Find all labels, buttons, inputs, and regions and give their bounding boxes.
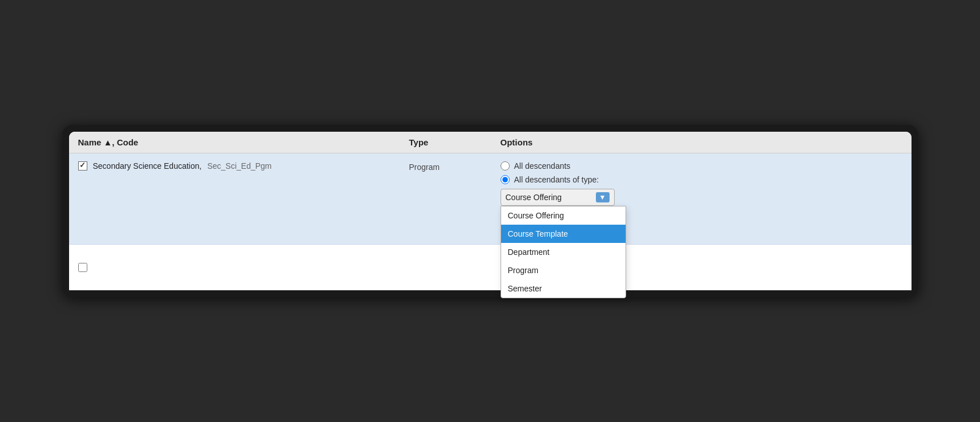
row1-name-col: Secondary Science Education, Sec_Sci_Ed_… [78,161,409,171]
row2-name-col [78,263,409,272]
dropdown-menu: Course Offering Course Template Departme… [501,206,626,298]
dropdown-item-semester[interactable]: Semester [501,279,626,298]
outer-container: Name ▲, Code Type Options Secondary Scie… [62,125,918,297]
dropdown-button[interactable]: Course Offering ▼ [501,189,615,206]
column-options-label: Options [501,137,533,147]
radio-all-descendants-input[interactable] [501,161,510,171]
radio-all-descendants-of-type-input[interactable] [501,175,510,184]
column-name-label: Name ▲, Code [78,137,139,147]
row1-checkbox[interactable] [78,161,87,171]
dropdown-item-course-offering[interactable]: Course Offering [501,206,626,225]
row2-checkbox[interactable] [78,263,87,272]
column-header-options: Options [501,137,902,147]
row1-name-text: Secondary Science Education, [93,161,202,171]
column-header-type: Type [409,137,501,147]
row1-options-col: All descendants All descendants of type:… [501,161,902,206]
dropdown-item-department[interactable]: Department [501,243,626,261]
row2-type-col [409,267,501,268]
table-row-2: ▼ per page [69,245,912,290]
dropdown-arrow-icon: ▼ [596,192,610,202]
row1-type-col: Program [409,161,501,172]
radio-all-descendants[interactable]: All descendants [501,161,902,171]
dropdown-row: Course Offering ▼ Course Offering Course… [501,189,902,206]
column-type-label: Type [409,137,429,147]
row1-type-text: Program [409,163,440,172]
table-header: Name ▲, Code Type Options [69,132,912,153]
inner-container: Name ▲, Code Type Options Secondary Scie… [69,132,912,290]
table-row-1: Secondary Science Education, Sec_Sci_Ed_… [69,153,912,245]
dropdown-item-course-template[interactable]: Course Template [501,225,626,243]
radio-all-descendants-of-type[interactable]: All descendants of type: [501,175,902,184]
dropdown-selected-label: Course Offering [506,193,592,202]
column-header-name: Name ▲, Code [78,137,409,147]
row1-code-text: Sec_Sci_Ed_Pgm [207,161,272,171]
radio-all-descendants-of-type-label: All descendants of type: [514,175,599,184]
dropdown-item-program[interactable]: Program [501,261,626,279]
radio-all-descendants-label: All descendants [514,161,571,171]
